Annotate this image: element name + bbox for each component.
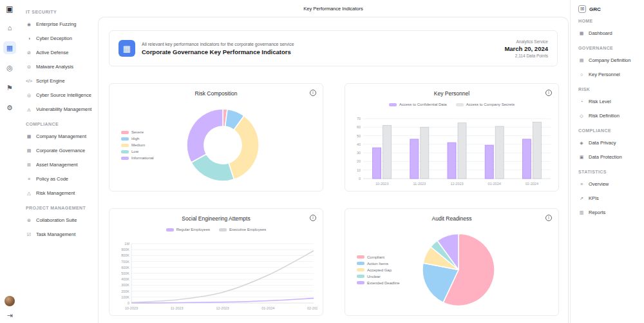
sidebar-item-active-defense[interactable]: ⊘Active Defense [19, 45, 97, 59]
sidebar-item-overview[interactable]: ≡Overview [571, 177, 644, 191]
sidebar-item-label: Data Protection [589, 154, 622, 160]
legend-item-regular-employees[interactable]: Regular Employees [166, 227, 210, 232]
sidebar-item-data-privacy[interactable]: ◈Data Privacy [571, 135, 644, 150]
section-header-project-management: PROJECT MANAGEMENT [26, 206, 97, 210]
sidebar-item-risk-management[interactable]: △Risk Management [19, 186, 97, 200]
sidebar-item-enterprise-fuzzing[interactable]: ◉Enterprise Fuzzing [19, 17, 97, 31]
sidebar-item-label: Risk Management [36, 190, 75, 196]
dashboard-icon[interactable]: ▦ [3, 41, 16, 54]
legend-item-low[interactable]: Low [121, 150, 154, 153]
asset-management-icon: ⊞ [26, 162, 32, 167]
legend-item-compliant[interactable]: Compliant [357, 255, 400, 259]
sidebar-item-script-engine[interactable]: </>Script Engine [19, 73, 97, 88]
sidebar-item-label: Collaboration Suite [36, 217, 77, 223]
user-avatar[interactable] [5, 296, 15, 306]
sidebar-item-collaboration-suite[interactable]: ⊚Collaboration Suite [19, 213, 97, 227]
sidebar-item-label: Enterprise Fuzzing [36, 21, 77, 27]
help-icon[interactable]: ◎ [3, 61, 16, 74]
gear-icon[interactable]: ⚙ [3, 101, 16, 114]
section-header-compliance: COMPLIANCE [26, 122, 97, 126]
sidebar-item-company-management[interactable]: ▦Company Management [19, 129, 97, 143]
risk-composition-chart [185, 102, 260, 188]
home-icon[interactable]: ⌂ [3, 21, 16, 34]
legend-swatch [219, 228, 227, 231]
sign-out-icon[interactable]: ⇥ [6, 312, 12, 319]
risk-definition-icon: ◇ [578, 113, 585, 118]
dashboard-icon: ▦ [578, 31, 585, 35]
sidebar-item-cyber-source-intelligence[interactable]: ◎Cyber Source Intelligence [19, 88, 97, 102]
sidebar-item-policy-as-code[interactable]: ≡Policy as Code [19, 171, 97, 186]
svg-text:900K: 900K [121, 248, 129, 251]
page-title: Key Performance Indicators [97, 0, 570, 12]
corporate-governance-icon: ▤ [26, 148, 32, 153]
svg-text:200K: 200K [121, 289, 129, 293]
risk-level-icon: ◔ [578, 99, 585, 104]
svg-text:400K: 400K [121, 277, 129, 281]
main-area: Key Performance Indicators ▦ All relevan… [97, 0, 570, 323]
sidebar-item-key-personnel[interactable]: ○Key Personnel [571, 67, 644, 81]
sidebar-item-corporate-governance[interactable]: ▤Corporate Governance [19, 143, 97, 157]
icon-rail: ▣ ⌂▦◎⚑⚙ ⇥ [0, 0, 19, 323]
header-text: All relevant key performance indicators … [142, 42, 498, 55]
analytics-service-label: Analytics Service [504, 39, 548, 44]
section-header-statistics: STATISTICS [578, 170, 644, 174]
section-header-home: HOME [578, 19, 644, 23]
legend-item-action-items[interactable]: Action Items [357, 262, 400, 266]
sidebar-item-company-definition[interactable]: ▤Company Definition [571, 53, 644, 67]
chart-title: Risk Composition [109, 90, 323, 97]
legend-item-medium[interactable]: Medium [121, 143, 154, 147]
left-sidebar: IT SECURITY◉Enterprise Fuzzing◑Cyber Dec… [19, 0, 97, 323]
sidebar-item-label: Vulnerability Management [36, 106, 91, 112]
legend-item-unclear[interactable]: Unclear [357, 275, 400, 279]
sidebar-item-malware-analysis[interactable]: ⊙Malware Analysis [19, 59, 97, 73]
svg-text:500K: 500K [121, 271, 129, 275]
vulnerability-management-icon: ◬ [26, 107, 32, 112]
legend-label: Medium [131, 143, 145, 147]
sidebar-item-reports[interactable]: ▥Reports [571, 205, 644, 219]
legend-label: Unclear [367, 275, 381, 279]
sidebar-item-task-management[interactable]: ☑Task Management [19, 227, 97, 241]
sidebar-item-kpis[interactable]: ↗KPIs [571, 191, 644, 205]
sidebar-item-asset-management[interactable]: ⊞Asset Management [19, 157, 97, 171]
info-icon[interactable]: i [545, 90, 552, 96]
enterprise-fuzzing-icon: ◉ [26, 22, 32, 26]
legend-item-accepted-gap[interactable]: Accepted Gap [357, 268, 400, 272]
data-protection-icon: ▣ [578, 155, 585, 159]
legend-item-access-to-confidential-data[interactable]: Access to Confidential Data [389, 102, 447, 107]
legend-item-access-to-company-secrets[interactable]: Access to Company Secrets [456, 102, 515, 107]
sidebar-item-label: Company Management [36, 133, 86, 139]
info-icon[interactable]: i [310, 215, 316, 221]
svg-text:1M: 1M [124, 242, 129, 246]
sidebar-item-cyber-deception[interactable]: ◑Cyber Deception [19, 31, 97, 45]
legend-label: High [131, 137, 139, 141]
legend-item-executive-employees[interactable]: Executive Employees [219, 227, 266, 232]
sidebar-item-risk-level[interactable]: ◔Risk Level [571, 94, 644, 108]
info-icon[interactable]: i [545, 215, 552, 221]
sidebar-item-data-protection[interactable]: ▣Data Protection [571, 150, 644, 164]
legend-label: Informational [131, 156, 154, 160]
legend-item-high[interactable]: High [121, 137, 154, 141]
malware-analysis-icon: ⊙ [26, 64, 32, 69]
legend-swatch [389, 103, 397, 106]
sidebar-item-vulnerability-management[interactable]: ◬Vulnerability Management [19, 102, 97, 116]
kpi-header-card: ▦ All relevant key performance indicator… [109, 30, 558, 66]
chart-legend: SevereHighMediumLowInformational [121, 130, 154, 160]
info-icon[interactable]: i [310, 90, 316, 96]
legend-swatch [357, 281, 365, 284]
chart-title: Social Engineering Attempts [109, 215, 323, 222]
flag-icon[interactable]: ⚑ [3, 81, 16, 94]
legend-item-extended-deadline[interactable]: Extended Deadline [357, 281, 400, 285]
policy-as-code-icon: ≡ [26, 177, 32, 181]
svg-text:02-2024: 02-2024 [307, 306, 317, 310]
cyber-source-intelligence-icon: ◎ [26, 93, 32, 97]
legend-item-informational[interactable]: Informational [121, 156, 154, 160]
app-logo-icon: ▣ [6, 5, 13, 13]
legend-swatch [357, 262, 365, 265]
collaboration-suite-icon: ⊚ [26, 218, 32, 222]
data-points-count: 2,114 Data Points [504, 54, 548, 58]
sidebar-item-dashboard[interactable]: ▦Dashboard [571, 26, 644, 40]
section-header-risk: RISK [578, 87, 644, 92]
legend-item-severe[interactable]: Severe [121, 130, 154, 134]
sidebar-item-risk-definition[interactable]: ◇Risk Definition [571, 108, 644, 122]
legend-swatch [121, 157, 129, 160]
